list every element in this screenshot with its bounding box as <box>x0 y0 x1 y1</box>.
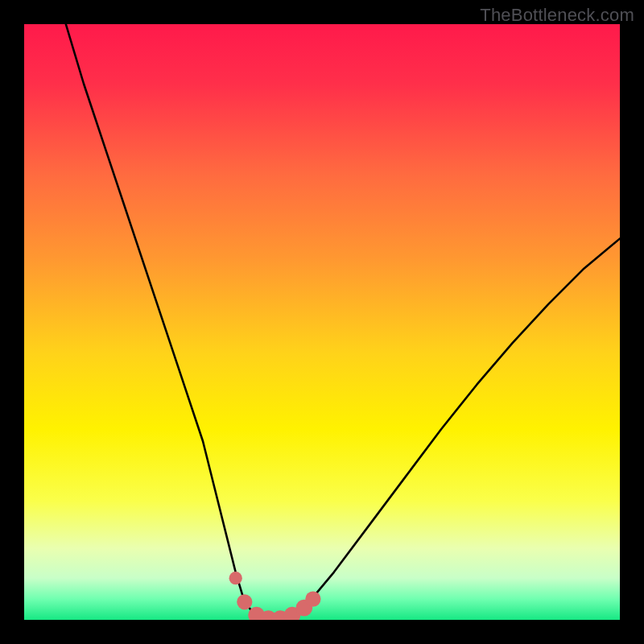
curve-layer <box>24 24 620 620</box>
bottleneck-curve <box>66 24 620 620</box>
chart-frame: TheBottleneck.com <box>0 0 644 644</box>
trough-marker <box>237 594 252 609</box>
watermark-text: TheBottleneck.com <box>480 5 634 26</box>
trough-markers <box>229 572 321 620</box>
trough-marker <box>305 591 320 606</box>
plot-area <box>24 24 620 620</box>
trough-marker <box>229 572 242 584</box>
